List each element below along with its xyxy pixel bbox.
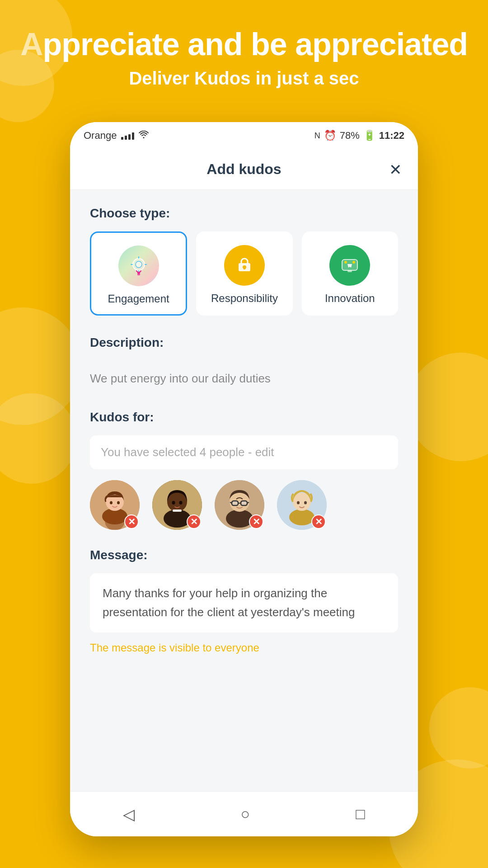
kudos-people-input[interactable]: You have selected 4 people - edit bbox=[90, 435, 398, 469]
avatars-row: ✕ bbox=[90, 480, 398, 530]
svg-point-25 bbox=[179, 501, 183, 505]
signal-icon bbox=[121, 132, 134, 140]
type-card-responsibility[interactable]: Responsibility bbox=[196, 231, 292, 316]
responsibility-type-name: Responsibility bbox=[211, 292, 278, 305]
header-title: Appreciate and be appreciated bbox=[0, 27, 488, 62]
alarm-icon: ⏰ bbox=[324, 130, 336, 142]
description-label: Description: bbox=[90, 335, 398, 350]
svg-rect-14 bbox=[347, 270, 352, 272]
wifi-icon bbox=[139, 131, 149, 141]
bg-decoration-6 bbox=[429, 687, 488, 769]
engagement-type-name: Engagement bbox=[108, 292, 169, 305]
svg-rect-30 bbox=[232, 501, 238, 505]
svg-point-13 bbox=[352, 261, 355, 264]
description-section: Description: We put energy into our dail… bbox=[90, 335, 398, 392]
close-button[interactable]: ✕ bbox=[389, 162, 402, 177]
type-selector: Engagement Responsibility bbox=[90, 231, 398, 316]
svg-point-28 bbox=[226, 509, 253, 528]
home-button[interactable]: ○ bbox=[240, 805, 250, 823]
carrier-name: Orange bbox=[84, 130, 117, 142]
avatar-remove-2[interactable]: ✕ bbox=[187, 514, 201, 529]
kudos-for-label: Kudos for: bbox=[90, 410, 398, 425]
responsibility-icon bbox=[224, 245, 265, 286]
message-section: Message: Many thanks for your help in or… bbox=[90, 548, 398, 654]
status-right: N ⏰ 78% 🔋 11:22 bbox=[314, 130, 404, 142]
kudos-for-section: Kudos for: You have selected 4 people - … bbox=[90, 410, 398, 530]
avatar-2: ✕ bbox=[152, 480, 202, 530]
avatar-remove-1[interactable]: ✕ bbox=[124, 514, 139, 529]
status-left: Orange bbox=[84, 130, 149, 142]
nav-bar: ◁ ○ □ bbox=[70, 791, 418, 836]
svg-point-39 bbox=[304, 501, 307, 505]
bg-decoration-4 bbox=[0, 393, 77, 484]
svg-point-12 bbox=[344, 261, 347, 264]
bg-decoration-5 bbox=[407, 353, 488, 461]
svg-rect-9 bbox=[244, 267, 245, 269]
message-text[interactable]: Many thanks for your help in organizing … bbox=[90, 573, 398, 632]
phone-frame: Orange N ⏰ 78% 🔋 11:22 Add kudos ✕ bbox=[70, 122, 418, 836]
svg-point-38 bbox=[297, 501, 300, 505]
svg-point-1 bbox=[136, 261, 142, 268]
time: 11:22 bbox=[379, 130, 404, 142]
header-title-highlight: A bbox=[20, 27, 43, 62]
modal-header: Add kudos ✕ bbox=[70, 149, 418, 190]
message-label: Message: bbox=[90, 548, 398, 562]
innovation-icon bbox=[329, 245, 370, 286]
back-button[interactable]: ◁ bbox=[123, 805, 135, 823]
avatar-remove-3[interactable]: ✕ bbox=[249, 514, 263, 529]
recent-apps-button[interactable]: □ bbox=[356, 805, 365, 823]
innovation-type-name: Innovation bbox=[325, 292, 375, 305]
svg-point-22 bbox=[164, 509, 191, 528]
avatar-remove-4[interactable]: ✕ bbox=[311, 514, 326, 529]
modal-content: Choose type: Engagement bbox=[70, 190, 418, 836]
svg-point-19 bbox=[117, 501, 120, 505]
avatar-4: ✕ bbox=[277, 480, 327, 530]
avatar-1: ✕ bbox=[90, 480, 140, 530]
header: Appreciate and be appreciated Deliver Ku… bbox=[0, 27, 488, 89]
type-card-engagement[interactable]: Engagement bbox=[90, 231, 187, 316]
status-bar: Orange N ⏰ 78% 🔋 11:22 bbox=[70, 122, 418, 149]
battery-icon: 🔋 bbox=[363, 130, 375, 142]
avatar-3: ✕ bbox=[215, 480, 264, 530]
svg-rect-31 bbox=[241, 501, 247, 505]
svg-point-36 bbox=[289, 509, 314, 525]
modal-title: Add kudos bbox=[206, 161, 281, 178]
svg-rect-6 bbox=[137, 272, 140, 275]
svg-point-24 bbox=[172, 501, 175, 505]
choose-type-label: Choose type: bbox=[90, 206, 398, 221]
header-subtitle: Deliver Kudos in just a sec bbox=[0, 68, 488, 89]
svg-rect-26 bbox=[173, 509, 182, 512]
visibility-note: The message is visible to everyone bbox=[90, 642, 398, 654]
svg-point-18 bbox=[110, 501, 113, 505]
battery-percent: 78% bbox=[340, 130, 360, 142]
engagement-icon bbox=[118, 245, 159, 286]
description-text: We put energy into our daily duties bbox=[90, 361, 398, 392]
type-card-innovation[interactable]: Innovation bbox=[302, 231, 398, 316]
nfc-icon: N bbox=[314, 131, 320, 141]
svg-point-20 bbox=[105, 511, 125, 530]
